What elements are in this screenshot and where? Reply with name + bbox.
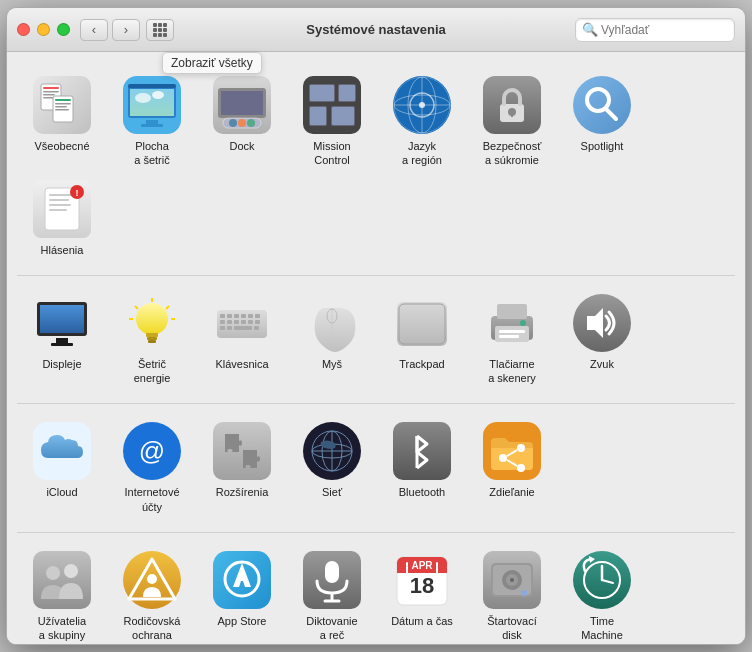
svg-rect-105 [497, 304, 527, 319]
svg-rect-89 [255, 314, 260, 318]
svg-rect-122 [393, 422, 451, 480]
icon-icloud[interactable]: iCloud [17, 414, 107, 518]
label-diktovanie: Diktovanie a reč [306, 614, 357, 643]
svg-rect-85 [227, 314, 232, 318]
svg-rect-71 [40, 305, 84, 333]
icon-rozsirenia[interactable]: Rozšírenia [197, 414, 287, 518]
svg-rect-16 [55, 99, 71, 101]
label-mys: Myš [322, 357, 342, 371]
svg-rect-93 [241, 320, 246, 324]
icon-rodicovska[interactable]: Rodičovská ochrana [107, 543, 197, 644]
icon-bluetooth[interactable]: Bluetooth [377, 414, 467, 518]
icon-plocha[interactable]: Plocha a šetrič [107, 68, 197, 172]
icon-zvuk[interactable]: Zvuk [557, 286, 647, 390]
svg-rect-102 [397, 302, 447, 346]
label-bezpecnost: Bezpečnosť a súkromie [483, 139, 542, 168]
icon-mission[interactable]: Mission Control [287, 68, 377, 172]
minimize-button[interactable] [37, 23, 50, 36]
svg-rect-12 [43, 91, 59, 93]
svg-point-156 [521, 590, 527, 596]
icon-uzivatelia[interactable]: Užívatelia a skupiny [17, 543, 107, 644]
svg-rect-17 [55, 103, 71, 105]
maximize-button[interactable] [57, 23, 70, 36]
svg-point-132 [64, 564, 78, 578]
icon-dock[interactable]: Dock [197, 68, 287, 172]
svg-line-80 [166, 306, 169, 309]
icon-diktovanie[interactable]: Diktovanie a reč [287, 543, 377, 644]
label-spotlight: Spotlight [581, 139, 624, 153]
section1-grid: Všeobecné [17, 62, 735, 267]
icon-appstore[interactable]: App Store [197, 543, 287, 644]
search-bar[interactable]: 🔍 [575, 18, 735, 42]
icon-displeje[interactable]: Displeje [17, 286, 107, 390]
svg-point-33 [238, 119, 246, 127]
label-datum: Dátum a čas [391, 614, 453, 628]
close-button[interactable] [17, 23, 30, 36]
svg-line-79 [135, 306, 138, 309]
icon-timemachine[interactable]: Time Machine [557, 543, 647, 644]
svg-point-126 [517, 444, 525, 452]
grid-button[interactable] [146, 19, 174, 41]
icon-startovaci[interactable]: Štartovací disk [467, 543, 557, 644]
svg-rect-115 [213, 422, 271, 480]
svg-rect-24 [141, 124, 163, 127]
svg-point-135 [147, 574, 157, 584]
label-dock: Dock [229, 139, 254, 153]
window-title: Systémové nastavenia [306, 22, 445, 37]
section2-grid: Displeje [17, 280, 735, 396]
label-vseobecne: Všeobecné [34, 139, 89, 153]
svg-rect-7 [158, 33, 162, 37]
svg-rect-75 [146, 333, 158, 337]
icon-setric[interactable]: Šetrič energie [107, 286, 197, 390]
icon-zdielanie[interactable]: Zdieľanie [467, 414, 557, 518]
icon-trackpad[interactable]: Trackpad [377, 286, 467, 390]
svg-rect-87 [241, 314, 246, 318]
svg-rect-77 [148, 340, 156, 343]
label-trackpad: Trackpad [399, 357, 444, 371]
svg-point-131 [46, 566, 60, 580]
icon-tlaciarne[interactable]: Tlačiarne a skenery [467, 286, 557, 390]
label-mission: Mission Control [313, 139, 350, 168]
system-preferences-window: ‹ › Systémové nastavenia 🔍 Zobraziť všet… [6, 7, 746, 645]
icon-hlasenia[interactable]: ! Hlásenia [17, 172, 107, 261]
svg-rect-130 [33, 551, 91, 609]
svg-rect-72 [56, 338, 68, 343]
icon-mys[interactable]: Myš [287, 286, 377, 390]
icon-klavesnica[interactable]: Klávesnica [197, 286, 287, 390]
icon-vseobecne[interactable]: Všeobecné [17, 68, 107, 172]
svg-rect-22 [128, 84, 176, 88]
label-klavesnica: Klávesnica [215, 357, 268, 371]
nav-buttons: ‹ › [80, 19, 140, 41]
svg-rect-30 [221, 91, 263, 115]
svg-text:!: ! [76, 188, 79, 198]
label-startovaci: Štartovací disk [487, 614, 537, 643]
tooltip: Zobraziť všetky [162, 52, 262, 74]
svg-rect-2 [163, 23, 167, 27]
search-input[interactable] [601, 23, 731, 37]
icon-bezpecnost[interactable]: Bezpečnosť a súkromie [467, 68, 557, 172]
back-button[interactable]: ‹ [80, 19, 108, 41]
svg-rect-92 [234, 320, 239, 324]
icon-datum[interactable]: APR 18 Dátum a čas [377, 543, 467, 644]
icon-spotlight[interactable]: Spotlight [557, 68, 647, 172]
svg-rect-65 [49, 209, 67, 211]
label-displeje: Displeje [42, 357, 81, 371]
icon-siet[interactable]: Sieť [287, 414, 377, 518]
svg-rect-63 [49, 199, 69, 201]
svg-point-155 [510, 578, 514, 582]
svg-rect-86 [234, 314, 239, 318]
icon-jazyk[interactable]: Jazyk a región [377, 68, 467, 172]
svg-point-27 [152, 91, 164, 99]
svg-rect-108 [499, 335, 519, 338]
forward-button[interactable]: › [112, 19, 140, 41]
svg-rect-94 [248, 320, 253, 324]
svg-rect-0 [153, 23, 157, 27]
label-rodicovska: Rodičovská ochrana [124, 614, 181, 643]
svg-rect-95 [255, 320, 260, 324]
svg-point-52 [419, 102, 425, 108]
section-internet: iCloud @ Internetové účty [17, 408, 735, 533]
label-zvuk: Zvuk [590, 357, 614, 371]
icon-internetove[interactable]: @ Internetové účty [107, 414, 197, 518]
label-tlaciarne: Tlačiarne a skenery [488, 357, 536, 386]
svg-rect-64 [49, 204, 71, 206]
